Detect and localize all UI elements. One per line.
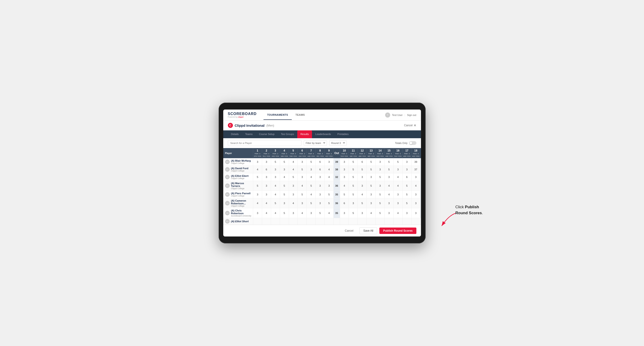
score-hole-14[interactable]: 5 xyxy=(376,198,385,208)
score-hole-18[interactable]: 3 xyxy=(411,198,420,208)
score-hole-13[interactable]: 4 xyxy=(367,208,376,218)
score-hole-18[interactable]: 3 xyxy=(411,208,420,218)
score-hole-5[interactable]: 5 xyxy=(289,173,298,181)
score-hole-17[interactable]: 3 xyxy=(402,158,411,166)
score-hole-17[interactable]: 3 xyxy=(402,208,411,218)
score-hole-1[interactable]: 5 xyxy=(253,173,262,181)
score-hole-10[interactable]: 5 xyxy=(340,191,349,198)
score-hole-7[interactable]: 3 xyxy=(307,166,316,173)
score-hole-15[interactable]: 3 xyxy=(384,173,394,181)
score-hole-7[interactable]: 4 xyxy=(307,191,316,198)
tab-leaderboards[interactable]: Leaderboards xyxy=(312,130,334,138)
score-hole-3[interactable]: 3 xyxy=(271,173,280,181)
score-hole-2[interactable]: 6 xyxy=(262,166,271,173)
score-hole-2[interactable]: 3 xyxy=(262,158,271,166)
score-hole-13[interactable]: 3 xyxy=(367,191,376,198)
score-hole-18[interactable]: 37 xyxy=(411,166,420,173)
score-hole-6[interactable]: 4 xyxy=(298,181,307,191)
tab-results[interactable]: Results xyxy=(297,130,312,138)
score-hole-10[interactable]: 3 xyxy=(340,158,349,166)
score-hole-6[interactable]: 3 xyxy=(298,198,307,208)
score-hole-9[interactable]: 5 xyxy=(325,198,334,208)
score-hole-3[interactable]: 3 xyxy=(271,166,280,173)
score-hole-8[interactable]: 6 xyxy=(316,166,325,173)
score-hole-2[interactable]: 3 xyxy=(262,181,271,191)
score-hole-12[interactable]: 3 xyxy=(358,173,367,181)
score-hole-6[interactable]: 5 xyxy=(298,191,307,198)
score-hole-11[interactable]: 5 xyxy=(349,166,358,173)
score-hole-2[interactable]: 3 xyxy=(262,173,271,181)
score-hole-9[interactable]: 4 xyxy=(325,208,334,218)
totals-only-toggle[interactable] xyxy=(409,141,416,145)
score-hole-5[interactable]: 3 xyxy=(289,208,298,218)
score-hole-12[interactable]: 4 xyxy=(358,191,367,198)
score-hole-1[interactable]: 3 xyxy=(253,158,262,166)
score-hole-5[interactable]: 4 xyxy=(289,158,298,166)
score-hole-16[interactable]: 3 xyxy=(394,166,402,173)
score-hole-11[interactable]: 5 xyxy=(349,173,358,181)
score-hole-16[interactable]: 5 xyxy=(394,158,402,166)
score-hole-7[interactable]: 5 xyxy=(307,198,316,208)
score-hole-11[interactable]: 5 xyxy=(349,181,358,191)
score-hole-15[interactable]: 3 xyxy=(384,208,394,218)
score-hole-10[interactable]: 3 xyxy=(340,208,349,218)
score-hole-4[interactable]: 4 xyxy=(280,173,289,181)
score-hole-14[interactable]: 5 xyxy=(376,191,385,198)
score-hole-17[interactable]: 5 xyxy=(402,191,411,198)
score-hole-16[interactable]: 4 xyxy=(394,208,402,218)
score-hole-12[interactable]: 3 xyxy=(358,208,367,218)
score-hole-4[interactable]: 3 xyxy=(280,166,289,173)
score-hole-7[interactable]: 3 xyxy=(307,208,316,218)
score-hole-18[interactable]: 3 xyxy=(411,173,420,181)
score-hole-17[interactable]: 3 xyxy=(402,166,411,173)
score-hole-16[interactable]: 3 xyxy=(394,191,402,198)
score-hole-10[interactable]: 3 xyxy=(340,166,349,173)
save-all-button[interactable]: Save All xyxy=(359,227,377,234)
score-hole-8[interactable]: 6 xyxy=(316,158,325,166)
score-hole-1[interactable]: 4 xyxy=(253,198,262,208)
score-hole-1[interactable]: 4 xyxy=(253,166,262,173)
tab-details[interactable]: Details xyxy=(228,130,242,138)
score-hole-12[interactable]: 5 xyxy=(358,198,367,208)
score-hole-12[interactable]: 6 xyxy=(358,158,367,166)
score-hole-9[interactable]: 5 xyxy=(325,191,334,198)
score-hole-18[interactable]: 3 xyxy=(411,191,420,198)
nav-tournaments[interactable]: TOURNAMENTS xyxy=(264,110,292,120)
round-dropdown[interactable]: Round 3 xyxy=(329,140,347,146)
score-hole-18[interactable]: 4 xyxy=(411,181,420,191)
score-hole-8[interactable]: 3 xyxy=(316,198,325,208)
score-hole-12[interactable]: 3 xyxy=(358,181,367,191)
tab-tee-groups[interactable]: Tee Groups xyxy=(278,130,297,138)
score-hole-3[interactable]: 5 xyxy=(271,198,280,208)
filter-team-dropdown[interactable]: Filter by team xyxy=(304,140,327,146)
score-hole-16[interactable]: 4 xyxy=(394,181,402,191)
score-hole-3[interactable]: 4 xyxy=(271,208,280,218)
score-hole-10[interactable]: 4 xyxy=(340,181,349,191)
publish-round-scores-button[interactable]: Publish Round Scores xyxy=(379,227,416,234)
sign-out-link[interactable]: Sign out xyxy=(407,114,416,116)
score-hole-18[interactable]: 39 xyxy=(411,158,420,166)
score-hole-17[interactable]: 5 xyxy=(402,181,411,191)
score-hole-4[interactable]: 5 xyxy=(280,208,289,218)
tab-course-setup[interactable]: Course Setup xyxy=(256,130,278,138)
score-hole-8[interactable]: 3 xyxy=(316,181,325,191)
score-hole-2[interactable]: 3 xyxy=(262,191,271,198)
tab-printables[interactable]: Printables xyxy=(334,130,352,138)
score-hole-15[interactable]: 5 xyxy=(384,166,394,173)
tab-teams[interactable]: Teams xyxy=(242,130,256,138)
score-hole-4[interactable]: 5 xyxy=(280,191,289,198)
score-hole-14[interactable]: 3 xyxy=(376,158,385,166)
score-hole-14[interactable]: 5 xyxy=(376,173,385,181)
score-hole-7[interactable]: 5 xyxy=(307,158,316,166)
score-hole-14[interactable]: 3 xyxy=(376,166,385,173)
score-hole-9[interactable]: 3 xyxy=(325,181,334,191)
score-hole-5[interactable]: 3 xyxy=(289,181,298,191)
score-hole-15[interactable]: 4 xyxy=(384,191,394,198)
score-hole-11[interactable]: 5 xyxy=(349,191,358,198)
score-hole-3[interactable]: 5 xyxy=(271,158,280,166)
score-hole-6[interactable]: 4 xyxy=(298,208,307,218)
score-hole-8[interactable]: 3 xyxy=(316,173,325,181)
score-hole-9[interactable]: 4 xyxy=(325,173,334,181)
score-hole-1[interactable]: 5 xyxy=(253,181,262,191)
cancel-button[interactable]: Cancel xyxy=(341,227,357,234)
